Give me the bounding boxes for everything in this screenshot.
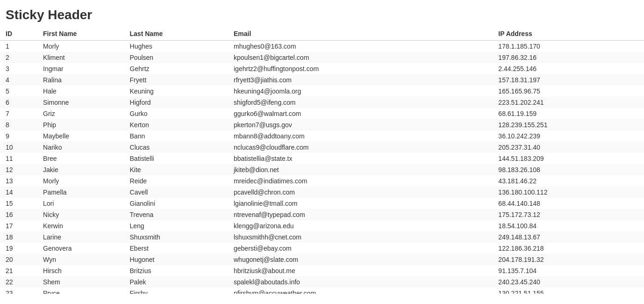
table-row: 22ShemPalekspalekl@aboutads.info240.23.4…	[0, 276, 644, 288]
cell-id: 2	[0, 52, 37, 63]
cell-ip: 178.1.185.170	[493, 41, 644, 52]
cell-ip: 130.221.51.155	[493, 288, 644, 294]
cell-first-name: Kliment	[37, 52, 124, 63]
page-title: Sticky Header	[0, 0, 644, 27]
cell-id: 9	[0, 130, 37, 142]
cell-first-name: Simonne	[37, 97, 124, 108]
cell-email: pkerton7@usgs.gov	[228, 119, 493, 130]
cell-ip: 98.183.26.108	[493, 164, 644, 175]
table-row: 5HaleKeuninghkeuning4@joomla.org165.165.…	[0, 86, 644, 97]
cell-id: 23	[0, 288, 37, 294]
cell-id: 16	[0, 209, 37, 220]
cell-id: 17	[0, 220, 37, 232]
cell-id: 15	[0, 198, 37, 209]
cell-last-name: Cavell	[124, 187, 228, 198]
cell-email: mreidec@indiatimes.com	[228, 175, 493, 187]
cell-first-name: Genovera	[37, 243, 124, 254]
cell-last-name: Britzius	[124, 265, 228, 276]
cell-last-name: Trevena	[124, 209, 228, 220]
table-row: 14PamellaCavellpcavelld@chron.com136.180…	[0, 187, 644, 198]
table-row: 21HirschBritziushbritziusk@about.me91.13…	[0, 265, 644, 276]
cell-email: lgianolinie@tmall.com	[228, 198, 493, 209]
cell-last-name: Hughes	[124, 41, 228, 52]
cell-id: 7	[0, 108, 37, 119]
table-row: 2KlimentPoulsenkpoulsen1@bigcartel.com19…	[0, 52, 644, 63]
cell-first-name: Larine	[37, 232, 124, 243]
cell-last-name: Eberst	[124, 243, 228, 254]
cell-email: jkiteb@dion.net	[228, 164, 493, 175]
cell-first-name: Morly	[37, 41, 124, 52]
table-row: 6SimonneHigfordshigford5@ifeng.com223.51…	[0, 97, 644, 108]
cell-ip: 91.135.7.104	[493, 265, 644, 276]
cell-ip: 204.178.191.32	[493, 254, 644, 265]
cell-ip: 144.51.183.209	[493, 153, 644, 164]
cell-email: bbatistellia@state.tx	[228, 153, 493, 164]
col-header-ip: IP Address	[493, 27, 644, 41]
table-row: 12JakieKitejkiteb@dion.net98.183.26.108	[0, 164, 644, 175]
cell-email: pfirsbym@accuweather.com	[228, 288, 493, 294]
table-row: 18LarineShuxsmithlshuxsmithh@cnet.com249…	[0, 232, 644, 243]
cell-id: 8	[0, 119, 37, 130]
table-row: 7GrizGurkoggurko6@walmart.com68.61.19.15…	[0, 108, 644, 119]
cell-email: pcavelld@chron.com	[228, 187, 493, 198]
cell-first-name: Kerwin	[37, 220, 124, 232]
table-row: 20WynHugonetwhugonetj@slate.com204.178.1…	[0, 254, 644, 265]
table-row: 9MaybelleBannmbann8@addtoany.com36.10.24…	[0, 130, 644, 142]
cell-id: 21	[0, 265, 37, 276]
cell-email: mhughes0@163.com	[228, 41, 493, 52]
cell-email: klengg@arizona.edu	[228, 220, 493, 232]
cell-id: 13	[0, 175, 37, 187]
table-row: 3IngmarGehrtzigehrtz2@huffingtonpost.com…	[0, 63, 644, 74]
cell-id: 4	[0, 74, 37, 86]
table-row: 16NickyTrevenantrevenaf@typepad.com175.1…	[0, 209, 644, 220]
cell-first-name: Pamella	[37, 187, 124, 198]
cell-ip: 197.86.32.16	[493, 52, 644, 63]
cell-email: mbann8@addtoany.com	[228, 130, 493, 142]
cell-id: 12	[0, 164, 37, 175]
cell-ip: 240.23.45.240	[493, 276, 644, 288]
cell-email: spalekl@aboutads.info	[228, 276, 493, 288]
table-body: 1MorlyHughesmhughes0@163.com178.1.185.17…	[0, 41, 644, 294]
cell-ip: 128.239.155.251	[493, 119, 644, 130]
cell-id: 18	[0, 232, 37, 243]
cell-email: kpoulsen1@bigcartel.com	[228, 52, 493, 63]
cell-last-name: Palek	[124, 276, 228, 288]
table-row: 11BreeBatistellibbatistellia@state.tx144…	[0, 153, 644, 164]
cell-email: gebersti@ebay.com	[228, 243, 493, 254]
cell-first-name: Griz	[37, 108, 124, 119]
cell-ip: 122.186.36.218	[493, 243, 644, 254]
cell-last-name: Gianolini	[124, 198, 228, 209]
cell-last-name: Hugonet	[124, 254, 228, 265]
table-row: 1MorlyHughesmhughes0@163.com178.1.185.17…	[0, 41, 644, 52]
table-row: 13MorlyReidemreidec@indiatimes.com43.181…	[0, 175, 644, 187]
cell-ip: 165.165.96.75	[493, 86, 644, 97]
table-header-row: ID First Name Last Name Email IP Address	[0, 27, 644, 41]
table-row: 4RalinaFryettrfryett3@jiathis.com157.18.…	[0, 74, 644, 86]
cell-id: 22	[0, 276, 37, 288]
cell-last-name: Kerton	[124, 119, 228, 130]
cell-email: ggurko6@walmart.com	[228, 108, 493, 119]
table-row: 23PryceFirsbypfirsbym@accuweather.com130…	[0, 288, 644, 294]
table-row: 19GenoveraEberstgebersti@ebay.com122.186…	[0, 243, 644, 254]
cell-last-name: Poulsen	[124, 52, 228, 63]
table-row: 10NarikoClucasnclucas9@cloudflare.com205…	[0, 142, 644, 153]
cell-last-name: Leng	[124, 220, 228, 232]
cell-first-name: Maybelle	[37, 130, 124, 142]
cell-email: whugonetj@slate.com	[228, 254, 493, 265]
cell-email: ntrevenaf@typepad.com	[228, 209, 493, 220]
cell-email: igehrtz2@huffingtonpost.com	[228, 63, 493, 74]
cell-last-name: Batistelli	[124, 153, 228, 164]
cell-first-name: Shem	[37, 276, 124, 288]
cell-id: 5	[0, 86, 37, 97]
cell-first-name: Bree	[37, 153, 124, 164]
cell-first-name: Hirsch	[37, 265, 124, 276]
cell-last-name: Kite	[124, 164, 228, 175]
col-header-last: Last Name	[124, 27, 228, 41]
cell-first-name: Phip	[37, 119, 124, 130]
cell-ip: 157.18.31.197	[493, 74, 644, 86]
cell-id: 10	[0, 142, 37, 153]
col-header-id: ID	[0, 27, 37, 41]
col-header-first: First Name	[37, 27, 124, 41]
cell-first-name: Lori	[37, 198, 124, 209]
cell-email: hbritziusk@about.me	[228, 265, 493, 276]
